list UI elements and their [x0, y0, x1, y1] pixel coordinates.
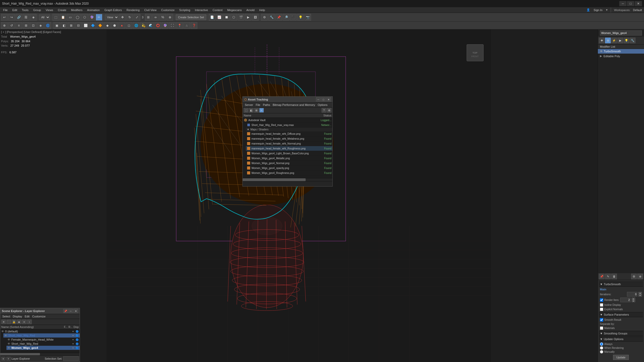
- smooth-result-checkbox[interactable]: [600, 318, 603, 322]
- at-maximize-button[interactable]: □: [321, 97, 326, 102]
- se-menu-customize[interactable]: Customize: [31, 315, 47, 318]
- scale-button[interactable]: ⤢: [134, 14, 140, 21]
- se-row-default-layer[interactable]: 👁 0 (default) ✦ 🔵: [0, 329, 80, 333]
- sub-btn12[interactable]: ⬜: [82, 22, 89, 29]
- rect-select-button[interactable]: ▭: [67, 14, 74, 21]
- sign-in-icon[interactable]: 👤: [585, 8, 591, 12]
- sub-btn3[interactable]: ≡: [15, 22, 22, 29]
- scene-view[interactable]: TOP FRONT: [0, 29, 598, 362]
- at-maps-group[interactable]: ▼ Maps / Shaders: [246, 128, 332, 131]
- menu-content[interactable]: Content: [210, 8, 225, 12]
- se-pin-button[interactable]: 📌: [63, 309, 68, 313]
- schematic-button[interactable]: 🔲: [223, 14, 230, 21]
- select-link-button[interactable]: 🔗: [15, 14, 22, 21]
- se-tool-hierarchy[interactable]: ≡: [22, 319, 27, 324]
- paint-select-button[interactable]: ✏: [96, 14, 102, 21]
- sub-btn8[interactable]: ▣: [53, 22, 60, 29]
- se-scrollbar[interactable]: [0, 353, 80, 355]
- extra-btn5[interactable]: ⬛: [290, 14, 297, 21]
- sub-btn21[interactable]: 🌊: [147, 22, 154, 29]
- sign-in-button[interactable]: Sign In: [592, 8, 605, 12]
- menu-group[interactable]: Group: [31, 8, 43, 12]
- sub-btn1[interactable]: ⊕: [1, 22, 8, 29]
- at-close-button[interactable]: ✕: [326, 97, 331, 102]
- menu-megascans[interactable]: Megascans: [225, 8, 244, 12]
- curve-editor-button[interactable]: 📈: [216, 14, 223, 21]
- percent-button[interactable]: %: [159, 14, 166, 21]
- menu-help[interactable]: Help: [257, 8, 267, 12]
- at-tool3[interactable]: ⊞: [254, 108, 259, 113]
- select-button[interactable]: ⬚: [52, 14, 59, 21]
- se-row-women-wigs[interactable]: 👁 Women_Wigs_geo4 ✦ 🔵: [6, 346, 80, 350]
- menu-tools[interactable]: Tools: [20, 8, 31, 12]
- menu-graph-editors[interactable]: Graph Editors: [102, 8, 124, 12]
- mod-edit-button[interactable]: ✎: [605, 274, 611, 279]
- render-setup-button[interactable]: 🎬: [238, 14, 244, 21]
- se-footer-icon2[interactable]: +: [6, 357, 11, 361]
- maximize-button[interactable]: □: [627, 1, 634, 6]
- when-rendering-radio[interactable]: [600, 346, 603, 350]
- layer-manager-button[interactable]: 📑: [209, 14, 215, 21]
- iterations-input[interactable]: [627, 292, 637, 297]
- circ-select-button[interactable]: ◯: [74, 14, 81, 21]
- menu-civil-view[interactable]: Civil View: [142, 8, 158, 12]
- turbosmooth-section-header[interactable]: ▼ TurboSmooth: [599, 282, 643, 287]
- mirror-button[interactable]: ⊞: [145, 14, 152, 21]
- sub-btn27[interactable]: ❓: [191, 22, 197, 29]
- sub-btn14[interactable]: 🔶: [97, 22, 103, 29]
- display-panel-icon[interactable]: 💡: [624, 38, 629, 43]
- menu-file[interactable]: File: [1, 8, 10, 12]
- at-row-vault[interactable]: Autodesk Vault Logged...: [243, 118, 332, 123]
- view-dropdown[interactable]: View: [105, 14, 119, 20]
- modifier-turbosmoooth[interactable]: 👁 TurboSmooth: [598, 49, 644, 54]
- se-scrollbar-thumb[interactable]: [0, 353, 40, 355]
- render-frame-button[interactable]: 🖼: [252, 14, 259, 21]
- select-name-button[interactable]: 📋: [60, 14, 66, 21]
- move-button[interactable]: ✥: [119, 14, 126, 21]
- mod-delete-button[interactable]: 🗑: [611, 274, 617, 279]
- render-iters-checkbox[interactable]: [600, 298, 603, 302]
- at-menu-options[interactable]: Options: [317, 103, 329, 107]
- fence-select-button[interactable]: ⬡: [81, 14, 88, 21]
- undo-button[interactable]: ↩: [1, 14, 8, 21]
- at-tool4[interactable]: ≡: [259, 108, 264, 113]
- sub-btn19[interactable]: 🌐: [133, 22, 140, 29]
- sub-btn23[interactable]: 🔮: [162, 22, 168, 29]
- manually-radio[interactable]: [600, 350, 603, 353]
- at-row-normal-wigs[interactable]: Women_Wigs_geo4_Normal.png Found: [246, 161, 332, 166]
- mod-configure-button[interactable]: ⚙: [631, 274, 637, 279]
- extra-btn1[interactable]: ⚙: [261, 14, 268, 21]
- se-menu-select[interactable]: Select: [1, 315, 11, 318]
- surface-params-section[interactable]: ▼ Surface Parameters: [599, 312, 643, 317]
- at-menu-bitmap[interactable]: Bitmap Performance and Memory: [272, 103, 316, 107]
- mod-pin-button[interactable]: 📌: [599, 274, 605, 279]
- sub-btn5[interactable]: ⊡: [30, 22, 37, 29]
- minimize-button[interactable]: ─: [619, 1, 626, 6]
- at-menu-paths[interactable]: Paths: [262, 103, 271, 107]
- se-menu-display[interactable]: Display: [12, 315, 23, 318]
- sub-btn17[interactable]: 🔺: [118, 22, 125, 29]
- at-settings-button[interactable]: ⚙: [327, 108, 331, 113]
- se-selection-set-input[interactable]: [63, 356, 79, 361]
- at-row-metallic[interactable]: Women_Wigs_geo4_Metallic.png Found: [246, 156, 332, 161]
- menu-customize[interactable]: Customize: [159, 8, 177, 12]
- sub-btn16[interactable]: ⬟: [111, 22, 118, 29]
- at-tool2[interactable]: ◧: [249, 108, 254, 113]
- se-tool-filter[interactable]: ✕: [1, 319, 6, 324]
- render-button[interactable]: ▶: [245, 14, 251, 21]
- at-row-basecolor[interactable]: Women_Wigs_geo4_Light_Brown_BaseColor.pn…: [246, 151, 332, 156]
- object-name-input[interactable]: Women_Wigs_geo4: [600, 30, 642, 36]
- isoline-checkbox[interactable]: [600, 303, 603, 307]
- bind-button[interactable]: ◈: [30, 14, 37, 21]
- at-row-roughness-wigs[interactable]: Women_Wigs_geo4_Roughness.png Found: [246, 171, 332, 175]
- update-options-section[interactable]: ▼ Update Options: [599, 336, 643, 342]
- sign-in-dropdown[interactable]: ▼: [605, 9, 609, 11]
- at-row-metalness[interactable]: mannequin_head_female_wht_Metalness.png …: [246, 136, 332, 141]
- explicit-normals-checkbox[interactable]: [600, 308, 603, 311]
- materials-checkbox[interactable]: [600, 326, 603, 330]
- at-menu-server[interactable]: Server: [244, 103, 254, 107]
- sub-btn6[interactable]: ◈: [37, 22, 44, 29]
- se-tool-lock[interactable]: 🔒: [12, 319, 16, 324]
- update-button[interactable]: Update: [613, 355, 629, 360]
- at-tool1[interactable]: ⬚: [244, 108, 248, 113]
